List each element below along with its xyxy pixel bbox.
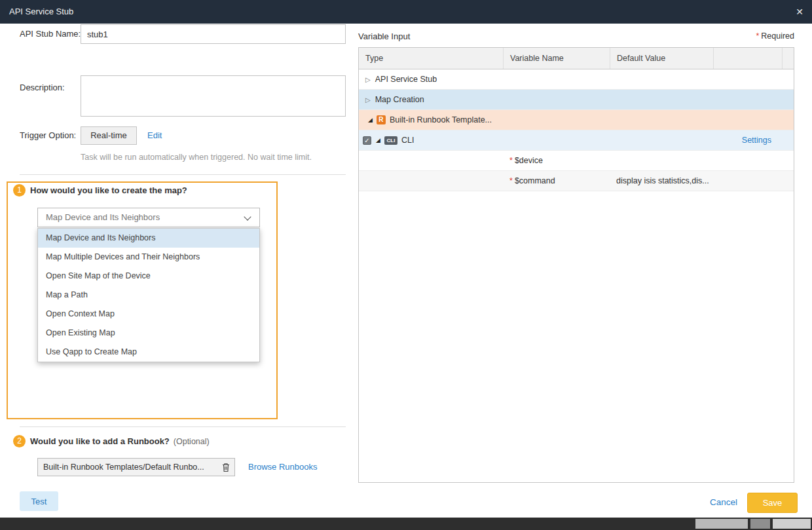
expand-collapsed-icon[interactable]: ▷ [365, 76, 371, 83]
variable-name: $device [515, 156, 543, 165]
stub-name-input[interactable] [81, 24, 346, 44]
table-row[interactable]: ▷Map Creation [359, 90, 794, 110]
map-type-dropdown: Map Device and Its Neighbors Map Multipl… [37, 228, 260, 362]
divider [20, 426, 346, 427]
table-header-row: Type Variable Name Default Value [359, 48, 794, 69]
dropdown-option[interactable]: Map Multiple Devices and Their Neighbors [38, 248, 259, 267]
required-asterisk: * [756, 31, 759, 41]
runbook-selection-box: Built-in Runbook Templates/Default Runbo… [37, 458, 235, 476]
required-asterisk: * [509, 156, 513, 165]
optional-note: (Optional) [174, 437, 210, 446]
delete-runbook-icon[interactable] [222, 463, 230, 475]
close-icon[interactable]: ✕ [796, 0, 803, 24]
column-header-blank [713, 48, 782, 69]
save-button[interactable]: Save [747, 493, 798, 513]
runbook-icon: R [377, 115, 386, 124]
required-asterisk: * [509, 176, 513, 185]
dropdown-option[interactable]: Open Context Map [38, 305, 259, 324]
dropdown-option[interactable]: Map Device and Its Neighbors [38, 229, 259, 248]
variable-input-title: Variable Input [358, 31, 410, 41]
row-label: Built-in Runbook Template... [390, 115, 492, 124]
divider [20, 174, 346, 175]
dropdown-option[interactable]: Open Site Map of the Device [38, 267, 259, 286]
column-header-spacer [782, 48, 794, 69]
runbook-question: Would you like to add a Runbook?(Optiona… [30, 436, 210, 446]
background-app-strip [0, 518, 812, 530]
trigger-help-text: Task will be run automatically when trig… [81, 153, 312, 162]
row-label: API Service Stub [375, 75, 437, 84]
step-1-badge: 1 [13, 184, 26, 197]
table-row[interactable]: ✓◢CLICLI Settings [359, 130, 794, 151]
description-input[interactable] [81, 75, 346, 117]
browse-runbooks-link[interactable]: Browse Runbooks [248, 462, 318, 472]
variable-name: $command [515, 176, 555, 185]
step-2-badge: 2 [13, 435, 26, 447]
column-header-default-value: Default Value [610, 48, 713, 69]
background-app-fragment [750, 519, 770, 529]
required-text: Required [761, 31, 794, 41]
cli-checkbox[interactable]: ✓ [363, 136, 371, 145]
map-type-selected-value: Map Device and Its Neighbors [46, 208, 160, 227]
map-question: How would you like to create the map? [30, 185, 187, 195]
stub-name-label: API Stub Name: [20, 24, 81, 44]
background-app-fragment [695, 519, 748, 529]
chevron-down-icon [244, 213, 251, 220]
test-button[interactable]: Test [20, 491, 58, 511]
map-type-select[interactable]: Map Device and Its Neighbors [37, 208, 260, 227]
dialog-body: API Stub Name: Description: Trigger Opti… [0, 24, 812, 518]
row-label: CLI [401, 136, 414, 145]
dropdown-option[interactable]: Open Existing Map [38, 324, 259, 343]
variable-input-table: Type Variable Name Default Value ▷API Se… [358, 47, 794, 483]
row-label: Map Creation [375, 95, 424, 104]
expand-expanded-icon[interactable]: ◢ [368, 117, 373, 123]
expand-expanded-icon[interactable]: ◢ [376, 137, 380, 143]
dialog-titlebar: API Service Stub ✕ [0, 0, 812, 24]
cli-settings-link[interactable]: Settings [742, 136, 771, 145]
table-row[interactable]: *$device [359, 151, 794, 171]
required-legend: *Required [756, 31, 794, 41]
edit-trigger-link[interactable]: Edit [147, 130, 162, 140]
expand-collapsed-icon[interactable]: ▷ [365, 96, 371, 104]
cancel-button[interactable]: Cancel [710, 497, 737, 507]
table-row[interactable]: ▷API Service Stub [359, 69, 794, 90]
background-app-fragment [773, 519, 811, 529]
description-label: Description: [20, 83, 65, 92]
table-row[interactable]: ◢RBuilt-in Runbook Template... [359, 110, 794, 130]
dropdown-option[interactable]: Map a Path [38, 286, 259, 305]
column-header-type: Type [359, 48, 503, 69]
runbook-question-text: Would you like to add a Runbook? [30, 436, 170, 446]
dropdown-option[interactable]: Use Qapp to Create Map [38, 343, 259, 362]
column-header-variable-name: Variable Name [503, 48, 610, 69]
table-row[interactable]: *$command display isis statistics,dis... [359, 171, 794, 191]
trigger-value-box: Real-time [81, 126, 137, 145]
default-value: display isis statistics,dis... [610, 171, 713, 191]
dialog-title: API Service Stub [9, 0, 73, 24]
cli-icon: CLI [384, 136, 397, 145]
trigger-option-label: Trigger Option: [20, 126, 76, 145]
runbook-selected-value: Built-in Runbook Templates/Default Runbo… [43, 459, 213, 476]
